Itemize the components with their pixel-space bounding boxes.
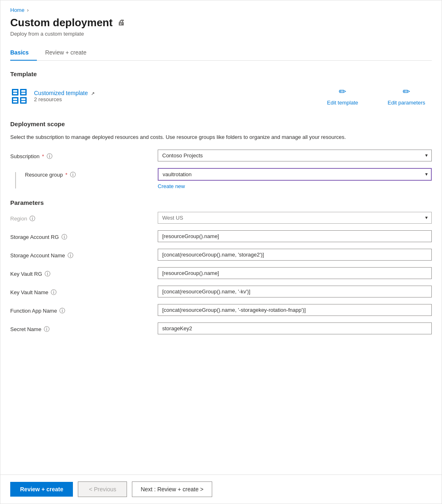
footer: Review + create < Previous Next : Review… [0,474,442,504]
key-vault-rg-input[interactable] [158,267,432,279]
template-section: Customized template ↗ 2 resources ✏ Edit… [10,83,432,109]
tab-review-create[interactable]: Review + create [45,45,95,61]
template-name-link[interactable]: Customized template [34,90,88,96]
key-vault-name-label: Key Vault Name ⓘ [10,286,158,296]
svg-rect-6 [21,90,25,92]
pencil-icon-template: ✏ [339,86,346,97]
edit-template-label: Edit template [327,100,358,106]
svg-rect-5 [13,93,17,94]
breadcrumb-separator: › [27,7,29,13]
edit-template-button[interactable]: ✏ Edit template [320,83,365,109]
storage-account-rg-label: Storage Account RG ⓘ [10,230,158,241]
storage-account-rg-control [158,230,432,242]
key-vault-name-control [158,286,432,297]
storage-account-rg-row: Storage Account RG ⓘ [10,230,432,242]
region-row: Region ⓘ West US ▾ [10,212,432,224]
rg-required: * [66,172,68,178]
rg-content: Resource group * ⓘ vaultrotation ▾ [25,168,432,189]
storage-account-name-input[interactable] [158,249,432,261]
subscription-info-icon[interactable]: ⓘ [47,153,52,160]
key-vault-name-input[interactable] [158,286,432,297]
template-info: Customized template ↗ 2 resources [10,87,95,105]
tab-bar: Basics Review + create [10,45,432,61]
secret-name-control [158,322,432,334]
function-app-name-row: Function App Name ⓘ [10,304,432,316]
storage-rg-info-icon[interactable]: ⓘ [61,234,67,241]
storage-name-info-icon[interactable]: ⓘ [68,252,73,259]
parameters-title: Parameters [10,199,432,206]
key-vault-rg-control [158,267,432,279]
region-label: Region ⓘ [10,212,158,222]
subscription-control: Contoso Projects ▾ [158,150,432,161]
svg-rect-1 [20,89,27,95]
template-details: Customized template ↗ 2 resources [34,90,95,102]
svg-rect-0 [12,89,18,95]
secret-name-row: Secret Name ⓘ [10,322,432,334]
subscription-select-wrapper: Contoso Projects ▾ [158,150,432,161]
storage-account-rg-input[interactable] [158,230,432,242]
svg-rect-7 [21,93,25,94]
secret-name-input[interactable] [158,322,432,334]
resource-group-select[interactable]: vaultrotation [158,168,432,181]
region-select-wrapper: West US ▾ [158,212,432,224]
subscription-select[interactable]: Contoso Projects [158,150,432,161]
deployment-scope-section: Deployment scope Select the subscription… [10,120,432,189]
svg-rect-4 [13,90,17,92]
svg-rect-11 [21,101,25,102]
parameters-section: Parameters Region ⓘ West US ▾ [10,199,432,334]
subscription-required: * [42,153,44,159]
key-vault-name-row: Key Vault Name ⓘ [10,286,432,297]
resources-count: 2 resources [34,96,95,102]
secret-name-info-icon[interactable]: ⓘ [44,326,50,333]
resource-group-row: Resource group * ⓘ vaultrotation ▾ [10,168,432,189]
svg-rect-3 [20,97,27,104]
template-section-title: Template [10,70,432,77]
scope-description: Select the subscription to manage deploy… [10,133,432,141]
pencil-icon-parameters: ✏ [403,86,410,97]
previous-button[interactable]: < Previous [78,481,127,497]
function-app-name-control [158,304,432,316]
rg-row: Resource group * ⓘ vaultrotation ▾ [25,168,432,189]
deployment-scope-title: Deployment scope [10,120,432,127]
page-subtitle: Deploy from a custom template [10,31,432,37]
svg-rect-9 [13,101,17,102]
page-title: Custom deployment [10,16,113,29]
subscription-label: Subscription * ⓘ [10,150,158,160]
edit-parameters-label: Edit parameters [388,100,425,106]
rg-line [15,172,16,188]
function-app-info-icon[interactable]: ⓘ [59,307,65,315]
print-icon[interactable]: 🖨 [118,18,125,27]
svg-rect-2 [12,97,18,104]
svg-rect-10 [21,98,25,100]
function-app-name-input[interactable] [158,304,432,316]
storage-account-name-label: Storage Account Name ⓘ [10,249,158,259]
kv-name-info-icon[interactable]: ⓘ [51,289,57,296]
svg-rect-8 [13,98,17,100]
next-button[interactable]: Next : Review + create > [132,481,212,497]
key-vault-rg-row: Key Vault RG ⓘ [10,267,432,279]
resource-group-label: Resource group * ⓘ [25,168,158,179]
region-select[interactable]: West US [158,212,432,224]
template-icon [10,87,28,105]
template-actions: ✏ Edit template ✏ Edit parameters [320,83,432,109]
storage-account-name-row: Storage Account Name ⓘ [10,249,432,261]
kv-rg-info-icon[interactable]: ⓘ [45,270,50,278]
key-vault-rg-label: Key Vault RG ⓘ [10,267,158,278]
external-link-icon: ↗ [91,91,95,96]
rg-indent [10,168,25,188]
region-info-icon[interactable]: ⓘ [29,215,35,222]
rg-select-wrapper: vaultrotation ▾ [158,168,432,181]
function-app-name-label: Function App Name ⓘ [10,304,158,315]
create-new-link[interactable]: Create new [158,183,185,189]
storage-account-name-control [158,249,432,261]
edit-parameters-button[interactable]: ✏ Edit parameters [381,83,432,109]
page-title-row: Custom deployment 🖨 [10,16,432,29]
subscription-row: Subscription * ⓘ Contoso Projects ▾ [10,150,432,161]
rg-info-icon[interactable]: ⓘ [70,171,76,179]
breadcrumb-home[interactable]: Home [10,7,25,13]
region-control: West US ▾ [158,212,432,224]
rg-field-wrap: vaultrotation ▾ Create new [158,168,432,189]
tab-basics[interactable]: Basics [10,45,37,61]
secret-name-label: Secret Name ⓘ [10,322,158,333]
review-create-button[interactable]: Review + create [10,482,73,497]
